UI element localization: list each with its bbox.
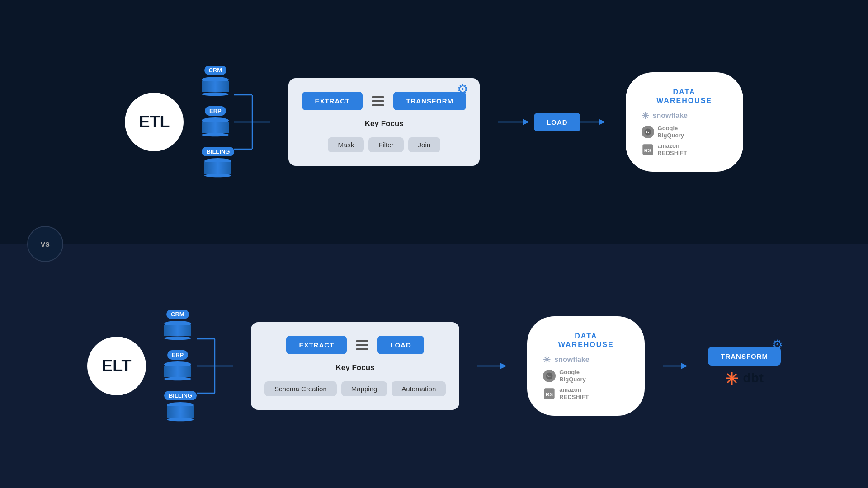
elt-bigquery-logo: G GoogleBigQuery bbox=[543, 369, 586, 383]
svg-text:RS: RS bbox=[546, 391, 553, 397]
elt-arrow-svg bbox=[477, 359, 509, 373]
elt-transform-dbt-block: TRANSFORM ⚙ dbt bbox=[708, 347, 781, 385]
elt-key-focus: Key Focus bbox=[336, 363, 375, 372]
etl-billing-label: BILLING bbox=[202, 147, 234, 156]
etl-crm-cylinder bbox=[202, 77, 229, 97]
elt-bracket-lines bbox=[197, 321, 233, 411]
elt-erp-cylinder bbox=[164, 361, 191, 382]
svg-text:G: G bbox=[646, 130, 649, 134]
elt-billing-cylinder bbox=[167, 402, 194, 422]
elt-crm-label: CRM bbox=[166, 310, 189, 319]
etl-extract-btn: EXTRACT bbox=[302, 92, 363, 110]
elt-transform-btn: TRANSFORM bbox=[708, 347, 781, 366]
etl-snowflake-icon: ✳ bbox=[642, 110, 649, 121]
etl-load-arrow: LOAD bbox=[498, 113, 608, 131]
elt-bigquery-icon: G bbox=[543, 370, 556, 382]
elt-transform-btn-wrapper: TRANSFORM ⚙ bbox=[708, 347, 781, 366]
elt-redshift-logo: RS amazonREDSHIFT bbox=[543, 386, 589, 400]
etl-erp-cylinder bbox=[202, 117, 229, 138]
etl-chip-join: Join bbox=[408, 137, 441, 152]
etl-erp-source: ERP bbox=[202, 106, 229, 138]
elt-crm-cylinder bbox=[164, 321, 191, 341]
etl-process-buttons: EXTRACT TRANSFORM ⚙ bbox=[302, 92, 466, 110]
etl-redshift-icon: RS bbox=[642, 143, 654, 156]
elt-data-warehouse: DATAWAREHOUSE ✳ snowflake G GoogleBigQue… bbox=[527, 316, 645, 416]
etl-data-warehouse: DATAWAREHOUSE ✳ snowflake G GoogleBigQue… bbox=[626, 72, 743, 172]
etl-chip-mask: Mask bbox=[328, 137, 364, 152]
etl-bracket-lines bbox=[234, 77, 270, 167]
etl-gear-icon: ⚙ bbox=[457, 82, 468, 97]
dbt-label: dbt bbox=[743, 371, 764, 385]
elt-redshift-label: amazonREDSHIFT bbox=[559, 386, 589, 400]
etl-transform-wrapper: TRANSFORM ⚙ bbox=[393, 92, 466, 110]
svg-marker-21 bbox=[500, 363, 507, 369]
etl-label-circle: ETL bbox=[125, 93, 184, 151]
elt-gear-icon: ⚙ bbox=[772, 337, 783, 352]
elt-sources-group: CRM ERP BILLING bbox=[164, 310, 233, 422]
svg-marker-9 bbox=[599, 119, 605, 125]
elt-crm-source: CRM bbox=[164, 310, 191, 341]
elt-label-circle: ELT bbox=[87, 337, 146, 395]
elt-process-box: EXTRACT LOAD Key Focus Schema Creation M… bbox=[251, 322, 459, 410]
svg-text:G: G bbox=[548, 374, 551, 378]
svg-marker-7 bbox=[523, 119, 529, 125]
elt-chip-schema: Schema Creation bbox=[264, 381, 337, 396]
elt-billing-label: BILLING bbox=[164, 391, 197, 400]
etl-section: ETL CRM ERP bbox=[0, 0, 868, 244]
etl-chip-filter: Filter bbox=[368, 137, 403, 152]
dbt-icon bbox=[725, 371, 739, 385]
etl-bigquery-label: GoogleBigQuery bbox=[658, 125, 684, 139]
elt-redshift-icon: RS bbox=[543, 387, 556, 400]
etl-transform-btn: TRANSFORM bbox=[393, 92, 466, 110]
elt-bigquery-label: GoogleBigQuery bbox=[559, 369, 586, 383]
etl-sources-group: CRM ERP BILLING bbox=[202, 66, 270, 178]
etl-crm-source: CRM bbox=[202, 66, 229, 97]
elt-extract-btn: EXTRACT bbox=[286, 336, 347, 354]
etl-process-box: EXTRACT TRANSFORM ⚙ Key Focus Mask Filte… bbox=[288, 78, 480, 166]
etl-billing-source: BILLING bbox=[202, 147, 234, 178]
elt-billing-source: BILLING bbox=[164, 391, 197, 422]
elt-dbt-logo: dbt bbox=[725, 371, 764, 385]
etl-post-load-arrow bbox=[580, 115, 608, 129]
etl-arrow-svg bbox=[498, 115, 534, 129]
etl-dw-logos: ✳ snowflake G GoogleBigQuery RS amazonRE… bbox=[642, 110, 727, 156]
elt-chips: Schema Creation Mapping Automation bbox=[264, 381, 446, 396]
etl-label-text: ETL bbox=[139, 113, 170, 131]
etl-billing-cylinder bbox=[204, 158, 231, 178]
etl-crm-label: CRM bbox=[204, 66, 227, 75]
etl-erp-label: ERP bbox=[205, 106, 226, 116]
vs-divider: vs bbox=[27, 226, 63, 262]
etl-load-btn: LOAD bbox=[534, 113, 580, 131]
elt-chip-automation: Automation bbox=[392, 381, 446, 396]
elt-post-dw-arrow bbox=[663, 359, 690, 373]
etl-redshift-logo: RS amazonREDSHIFT bbox=[642, 142, 687, 156]
elt-chip-mapping: Mapping bbox=[341, 381, 387, 396]
svg-marker-27 bbox=[681, 363, 688, 369]
etl-equals-icon bbox=[369, 96, 387, 106]
etl-bigquery-logo: G GoogleBigQuery bbox=[642, 125, 684, 139]
elt-erp-label: ERP bbox=[167, 350, 189, 360]
etl-snowflake-label: snowflake bbox=[653, 112, 688, 120]
elt-dbt-arrow bbox=[663, 359, 690, 373]
elt-load-btn: LOAD bbox=[377, 336, 424, 354]
etl-snowflake-logo: ✳ snowflake bbox=[642, 110, 688, 121]
etl-chips: Mask Filter Join bbox=[328, 137, 440, 152]
elt-section: ELT CRM ERP bbox=[0, 244, 868, 488]
elt-dw-logos: ✳ snowflake G GoogleBigQuery RS amazonRE… bbox=[543, 354, 629, 400]
elt-erp-source: ERP bbox=[164, 350, 191, 382]
elt-dw-title: DATAWAREHOUSE bbox=[558, 332, 614, 349]
etl-bigquery-icon: G bbox=[642, 126, 654, 138]
etl-dw-title: DATAWAREHOUSE bbox=[656, 88, 712, 105]
elt-snowflake-logo: ✳ snowflake bbox=[543, 354, 589, 365]
elt-snowflake-label: snowflake bbox=[554, 356, 589, 364]
etl-redshift-label: amazonREDSHIFT bbox=[658, 142, 687, 156]
elt-label-text: ELT bbox=[102, 357, 131, 375]
etl-key-focus: Key Focus bbox=[365, 119, 404, 128]
svg-text:RS: RS bbox=[644, 147, 651, 153]
elt-snowflake-icon: ✳ bbox=[543, 354, 551, 365]
elt-to-dw-arrow bbox=[477, 359, 509, 373]
elt-process-buttons: EXTRACT LOAD bbox=[286, 336, 424, 354]
elt-equals-icon bbox=[354, 340, 371, 350]
